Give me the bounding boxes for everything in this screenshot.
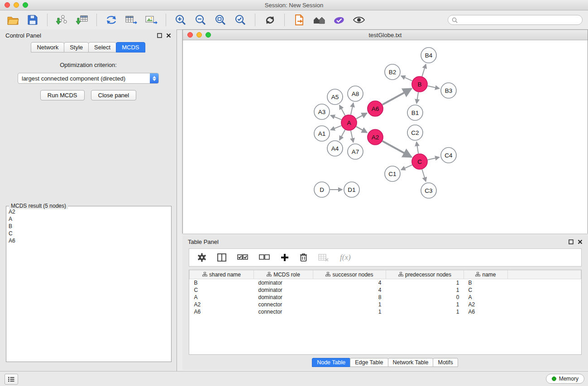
gear-icon[interactable] xyxy=(197,253,206,262)
graph-edge-C-C2[interactable] xyxy=(416,142,418,153)
graph-edge-A-A6[interactable] xyxy=(356,113,367,119)
graph-node-B2[interactable]: B2 xyxy=(385,64,400,80)
table-cell[interactable]: A2 xyxy=(464,301,508,308)
export-image-button[interactable] xyxy=(144,13,158,27)
open-session-button[interactable] xyxy=(5,13,20,27)
graph-edge-A-A2[interactable] xyxy=(356,127,367,133)
table-row[interactable]: Bdominator41B xyxy=(190,279,581,287)
graph-edge-B-B3[interactable] xyxy=(428,86,440,89)
close-table-panel-button[interactable] xyxy=(578,239,583,244)
tab-network-table[interactable]: Network Table xyxy=(388,358,434,367)
macos-close-button[interactable] xyxy=(5,2,10,8)
mcds-result-list[interactable]: A2ABCA6 xyxy=(6,206,171,246)
net-minimize-button[interactable] xyxy=(196,32,202,38)
zoom-out-button[interactable] xyxy=(193,13,208,27)
table-cell[interactable]: C xyxy=(190,286,254,294)
table-cell[interactable]: dominator xyxy=(254,286,313,294)
search-input[interactable] xyxy=(460,16,578,24)
graph-edge-A-A5[interactable] xyxy=(339,105,345,115)
graph-node-B1[interactable]: B1 xyxy=(407,105,423,120)
home-button[interactable] xyxy=(312,13,326,27)
optimization-criterion-dropdown[interactable]: largest connected component (directed) xyxy=(18,73,159,84)
network-graph[interactable]: B4B2BB3A5A8A6B1A3AC2A1A2A4A7C4CC1C3DD1 xyxy=(183,40,588,234)
export-table-button[interactable] xyxy=(124,13,139,27)
unselect-all-icon[interactable] xyxy=(259,254,270,261)
column-header-name[interactable]: name xyxy=(464,270,508,279)
float-panel-button[interactable] xyxy=(157,33,162,38)
graph-edge-A2-C[interactable] xyxy=(382,141,411,157)
add-column-icon[interactable] xyxy=(281,253,289,262)
style-apply-button[interactable] xyxy=(332,13,346,27)
graph-node-D[interactable]: D xyxy=(314,182,330,197)
table-cell[interactable]: A2 xyxy=(190,301,254,308)
graph-node-A8[interactable]: A8 xyxy=(348,86,363,101)
column-header-shared-name[interactable]: shared name xyxy=(190,270,254,279)
table-cell[interactable]: A6 xyxy=(464,308,508,315)
graph-edge-B-B4[interactable] xyxy=(422,64,425,76)
graph-edge-B-B2[interactable] xyxy=(401,76,412,81)
tab-edge-table[interactable]: Edge Table xyxy=(350,358,388,367)
graph-node-A6[interactable]: A6 xyxy=(368,101,383,116)
import-network-button[interactable] xyxy=(55,13,69,27)
graph-node-A5[interactable]: A5 xyxy=(327,89,343,105)
table-cell[interactable]: B xyxy=(464,279,508,287)
graph-edge-B-B1[interactable] xyxy=(416,92,418,103)
graph-node-A1[interactable]: A1 xyxy=(314,126,330,141)
table-cell[interactable]: 4 xyxy=(313,279,386,287)
zoom-in-button[interactable] xyxy=(173,13,188,27)
apply-layout-button[interactable] xyxy=(263,13,277,27)
tab-node-table[interactable]: Node Table xyxy=(312,358,350,367)
tab-network[interactable]: Network xyxy=(31,42,64,52)
delete-column-icon[interactable] xyxy=(300,253,307,262)
select-all-icon[interactable] xyxy=(237,254,248,261)
float-table-panel-button[interactable] xyxy=(569,239,574,244)
table-cell[interactable]: C xyxy=(464,286,508,294)
table-cell[interactable]: 1 xyxy=(313,308,386,315)
tab-motifs[interactable]: Motifs xyxy=(433,358,458,367)
table-row[interactable]: A6connector11A6 xyxy=(190,308,581,315)
graph-edge-A-A7[interactable] xyxy=(351,131,354,143)
graph-node-A7[interactable]: A7 xyxy=(348,144,363,159)
table-cell[interactable]: A xyxy=(190,294,254,301)
tab-select[interactable]: Select xyxy=(88,42,116,52)
graph-node-A3[interactable]: A3 xyxy=(314,104,330,119)
table-cell[interactable]: 1 xyxy=(386,308,464,315)
table-cell[interactable]: dominator xyxy=(254,294,313,301)
table-cell[interactable]: connector xyxy=(254,308,313,315)
graph-node-B[interactable]: B xyxy=(412,76,427,92)
graph-node-A2[interactable]: A2 xyxy=(368,129,383,145)
macos-zoom-button[interactable] xyxy=(23,2,28,8)
tab-style[interactable]: Style xyxy=(64,42,89,52)
graph-edge-A-A8[interactable] xyxy=(351,103,354,115)
node-table[interactable]: shared nameMCDS rolesuccessor nodesprede… xyxy=(189,270,582,355)
table-row[interactable]: Adominator80A xyxy=(190,294,581,301)
graph-node-C2[interactable]: C2 xyxy=(407,125,423,140)
tab-mcds[interactable]: MCDS xyxy=(116,42,145,52)
graph-node-A[interactable]: A xyxy=(341,115,357,130)
zoom-fit-button[interactable] xyxy=(213,13,228,27)
show-panels-button[interactable] xyxy=(5,374,18,385)
table-cell[interactable]: connector xyxy=(254,301,313,308)
table-cell[interactable]: dominator xyxy=(254,279,313,287)
graph-edge-A-A4[interactable] xyxy=(339,130,345,140)
macos-minimize-button[interactable] xyxy=(14,2,19,8)
zoom-selected-button[interactable] xyxy=(233,13,248,27)
save-session-button[interactable] xyxy=(25,13,40,27)
graph-edge-A-A1[interactable] xyxy=(330,126,341,130)
run-mcds-button[interactable]: Run MCDS xyxy=(40,90,85,100)
close-panel-button[interactable]: Close panel xyxy=(91,90,137,100)
graph-node-B3[interactable]: B3 xyxy=(441,83,456,98)
graph-node-A4[interactable]: A4 xyxy=(327,141,343,156)
show-graphics-details-button[interactable] xyxy=(352,13,366,27)
graph-node-C[interactable]: C xyxy=(412,154,427,169)
memory-button[interactable]: Memory xyxy=(546,374,584,384)
graph-node-C3[interactable]: C3 xyxy=(421,183,436,198)
graph-node-B4[interactable]: B4 xyxy=(421,48,436,63)
table-row[interactable]: Cdominator41C xyxy=(190,286,581,294)
graph-edge-A6-B[interactable] xyxy=(382,89,411,105)
show-columns-icon[interactable] xyxy=(217,253,226,262)
sync-network-button[interactable] xyxy=(104,13,119,27)
table-row[interactable]: A2connector11A2 xyxy=(190,301,581,308)
delete-table-icon[interactable] xyxy=(318,253,329,262)
net-zoom-button[interactable] xyxy=(206,32,211,38)
